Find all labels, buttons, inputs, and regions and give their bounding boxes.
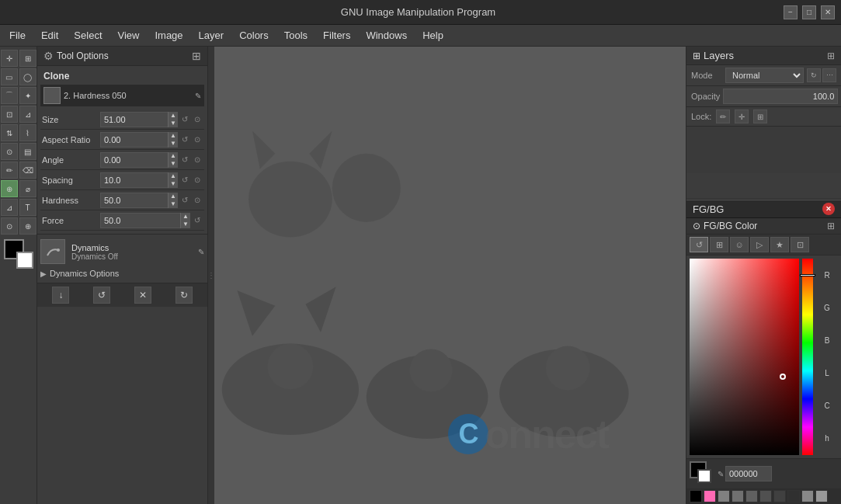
fuzzy-select-tool[interactable]: ✦: [19, 87, 36, 104]
spacing-link-btn[interactable]: ⊙: [192, 175, 203, 186]
angle-spinner[interactable]: ▲ ▼: [168, 152, 178, 168]
fgbg-close-btn[interactable]: ✕: [822, 203, 835, 215]
brush-edit-btn[interactable]: ✎: [195, 92, 201, 100]
hue-strip[interactable]: [802, 259, 813, 455]
align-tool[interactable]: ⊞: [19, 50, 36, 67]
color-preset-pink[interactable]: [704, 490, 716, 502]
angle-link-btn[interactable]: ⊙: [192, 155, 203, 165]
hardness-link-btn[interactable]: ⊙: [192, 195, 203, 206]
color-preset-gray6[interactable]: [787, 490, 800, 502]
fgbg-tab-history[interactable]: ↺: [690, 237, 708, 252]
tool-options-expand-btn[interactable]: ⊞: [192, 50, 201, 62]
color-picker-tool[interactable]: ⊙: [1, 217, 18, 235]
menu-colors[interactable]: Colors: [233, 28, 275, 43]
angle-up-btn[interactable]: ▲: [168, 152, 178, 160]
revert-btn[interactable]: ↻: [175, 287, 193, 304]
dynamics-options-row[interactable]: ▶ Dynamics Options: [40, 267, 204, 280]
force-reset-btn[interactable]: ↺: [192, 215, 203, 226]
lock-position-btn[interactable]: ✛: [735, 109, 749, 123]
menu-view[interactable]: View: [112, 28, 146, 43]
path-tool[interactable]: ⊿: [1, 199, 18, 216]
heal-tool[interactable]: ⌀: [19, 180, 36, 197]
bg-mini-swatch[interactable]: [697, 469, 711, 483]
zoom-tool[interactable]: ⊕: [19, 217, 36, 235]
titlebar-controls[interactable]: − □ ✕: [784, 5, 835, 19]
size-link-btn[interactable]: ⊙: [192, 114, 203, 125]
aspect-ratio-link-btn[interactable]: ⊙: [192, 134, 203, 145]
fgbg-expand-btn[interactable]: ⊞: [827, 221, 835, 231]
fgbg-tab-grid[interactable]: ⊡: [791, 237, 809, 252]
size-up-btn[interactable]: ▲: [168, 112, 178, 120]
free-select-tool[interactable]: ⌒: [1, 87, 18, 104]
fgbg-tab-pattern[interactable]: ⊞: [710, 237, 728, 252]
save-preset-btn[interactable]: ↓: [52, 287, 69, 304]
pencil-tool[interactable]: ✏: [1, 162, 18, 179]
menu-filters[interactable]: Filters: [317, 28, 356, 43]
aspect-ratio-input[interactable]: [100, 132, 178, 148]
text-tool[interactable]: T: [19, 199, 36, 216]
aspect-ratio-up-btn[interactable]: ▲: [168, 132, 178, 140]
spacing-input[interactable]: [100, 172, 178, 188]
menu-help[interactable]: Help: [416, 28, 450, 43]
spacing-down-btn[interactable]: ▼: [168, 180, 178, 188]
aspect-ratio-spinner[interactable]: ▲ ▼: [168, 132, 178, 148]
fg-mini-swatch[interactable]: [690, 461, 707, 478]
color-preset-gray5[interactable]: [773, 490, 786, 502]
maximize-button[interactable]: □: [802, 5, 816, 19]
aspect-ratio-reset-btn[interactable]: ↺: [179, 134, 190, 145]
hardness-down-btn[interactable]: ▼: [168, 200, 178, 208]
menu-edit[interactable]: Edit: [35, 28, 64, 43]
menu-image[interactable]: Image: [148, 28, 189, 43]
color-preset-gray2[interactable]: [732, 490, 744, 502]
warp-tool[interactable]: ⌇: [19, 124, 36, 141]
color-picker-area[interactable]: R G B L C h: [686, 255, 841, 458]
layers-opacity-input[interactable]: [723, 89, 838, 104]
color-preset-gray4[interactable]: [759, 490, 772, 502]
spacing-reset-btn[interactable]: ↺: [179, 175, 190, 186]
lock-alpha-btn[interactable]: ⊞: [753, 109, 767, 123]
paint-bucket-tool[interactable]: ⊙: [1, 143, 18, 160]
force-input[interactable]: [100, 213, 190, 228]
rect-select-tool[interactable]: ▭: [1, 68, 18, 85]
hex-input[interactable]: [725, 466, 772, 481]
force-down-btn[interactable]: ▼: [180, 221, 190, 228]
menu-tools[interactable]: Tools: [278, 28, 314, 43]
color-preset-gray3[interactable]: [745, 490, 758, 502]
color-preset-black[interactable]: [690, 490, 702, 502]
size-reset-btn[interactable]: ↺: [179, 114, 190, 125]
gradient-tool[interactable]: ▤: [19, 143, 36, 160]
angle-reset-btn[interactable]: ↺: [179, 155, 190, 165]
dynamics-edit-btn[interactable]: ✎: [198, 248, 204, 256]
layers-mode-refresh-btn[interactable]: ↻: [807, 68, 821, 82]
layers-expand-btn[interactable]: ⊞: [827, 50, 835, 61]
fgbg-tab-play[interactable]: ▷: [750, 237, 769, 252]
background-color[interactable]: [16, 252, 33, 269]
force-up-btn[interactable]: ▲: [180, 213, 190, 221]
spacing-up-btn[interactable]: ▲: [168, 172, 178, 180]
brush-preview[interactable]: 2. Hardness 050 ✎: [40, 85, 204, 106]
aspect-ratio-down-btn[interactable]: ▼: [168, 140, 178, 148]
fgbg-tab-emoji[interactable]: ☺: [730, 237, 749, 252]
color-preset-gray8[interactable]: [815, 490, 828, 502]
fgbg-tab-star[interactable]: ★: [770, 237, 789, 252]
menu-layer[interactable]: Layer: [193, 28, 231, 43]
ellipse-select-tool[interactable]: ◯: [19, 68, 36, 85]
fg-bg-swatches[interactable]: [690, 461, 714, 486]
size-input[interactable]: [100, 112, 178, 127]
angle-input[interactable]: [100, 152, 178, 168]
size-spinner[interactable]: ▲ ▼: [168, 112, 178, 127]
color-gradient[interactable]: [690, 259, 799, 455]
crop-tool[interactable]: ⊡: [1, 106, 18, 123]
lock-pixels-btn[interactable]: ✏: [716, 109, 730, 123]
size-down-btn[interactable]: ▼: [168, 120, 178, 127]
layers-mode-more-btn[interactable]: ⋯: [822, 68, 836, 82]
transform-tool[interactable]: ⊿: [19, 106, 36, 123]
menu-windows[interactable]: Windows: [360, 28, 413, 43]
color-swatch[interactable]: [4, 239, 33, 269]
force-spinner[interactable]: ▲ ▼: [180, 213, 190, 228]
color-preset-gray1[interactable]: [718, 490, 730, 502]
hardness-up-btn[interactable]: ▲: [168, 193, 178, 200]
menu-file[interactable]: File: [3, 28, 32, 43]
clone-tool[interactable]: ⊕: [1, 180, 18, 197]
delete-preset-btn[interactable]: ✕: [134, 287, 151, 304]
